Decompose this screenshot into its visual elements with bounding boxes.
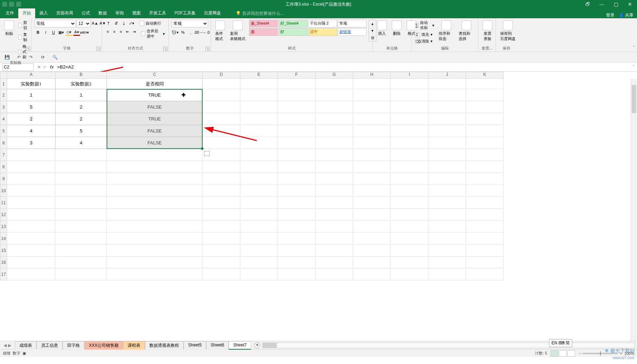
cell[interactable] xyxy=(428,256,466,268)
cell-style-option[interactable]: 好_Sheet4 xyxy=(279,20,307,27)
sheet-tab[interactable]: 成绩表 xyxy=(15,341,37,350)
row-header[interactable]: 2 xyxy=(0,89,7,101)
cell[interactable] xyxy=(466,221,504,233)
cell[interactable] xyxy=(278,256,316,268)
cell[interactable] xyxy=(353,161,391,173)
close-icon[interactable]: ✕ xyxy=(623,0,637,8)
cell[interactable] xyxy=(203,161,240,173)
cell[interactable]: 2 xyxy=(56,113,107,125)
cell[interactable] xyxy=(316,209,353,221)
increase-indent-icon[interactable]: ⇥ xyxy=(131,28,137,35)
wrap-text-button[interactable]: 自动换行 xyxy=(139,20,162,27)
sheet-tab[interactable]: 数据透视表教程 xyxy=(145,341,184,350)
sheet-tab[interactable]: 员工信息 xyxy=(37,341,63,350)
cell[interactable] xyxy=(428,149,466,161)
cell[interactable] xyxy=(391,197,428,209)
cell[interactable] xyxy=(7,185,56,197)
cell[interactable] xyxy=(428,125,466,137)
cell[interactable] xyxy=(466,89,504,101)
cell[interactable] xyxy=(240,113,278,125)
cell[interactable] xyxy=(353,79,391,89)
row-header[interactable]: 3 xyxy=(0,101,7,113)
cell[interactable] xyxy=(203,233,240,245)
merge-center-button[interactable]: 合并后居中▾ xyxy=(140,28,166,39)
conditional-format-button[interactable]: 条件格式 xyxy=(214,20,227,42)
cell[interactable] xyxy=(278,197,316,209)
cell[interactable]: 5 xyxy=(56,125,107,137)
row-header[interactable]: 4 xyxy=(0,113,7,125)
copy-button[interactable]: 复制 xyxy=(18,32,29,43)
cell[interactable]: 实验数据1 xyxy=(7,79,56,89)
cell-styles-gallery[interactable]: 差_Sheet4好_Sheet4千位分隔 2常规差好适中超链接 xyxy=(249,20,367,36)
cell[interactable] xyxy=(428,209,466,221)
cell[interactable] xyxy=(466,161,504,173)
phonetic-icon[interactable]: wén▾ xyxy=(81,29,88,36)
fill-color-icon[interactable]: ◇▾ xyxy=(65,29,72,36)
cell[interactable] xyxy=(353,209,391,221)
cell[interactable]: 实验数据2 xyxy=(56,79,107,89)
number-format-select[interactable]: 常规 xyxy=(172,20,208,27)
minimize-icon[interactable]: — xyxy=(595,0,609,8)
cell[interactable] xyxy=(278,79,316,89)
column-header[interactable]: C xyxy=(107,72,203,79)
row-header[interactable]: 7 xyxy=(0,149,7,161)
row-header[interactable]: 17 xyxy=(0,268,7,280)
cell[interactable] xyxy=(107,245,203,256)
cell-style-option[interactable]: 常规 xyxy=(338,20,367,27)
comma-icon[interactable]: , xyxy=(187,29,194,36)
cell[interactable] xyxy=(466,268,504,280)
tell-me[interactable]: 💡 告诉我您想要做什么... xyxy=(236,11,284,17)
cell[interactable] xyxy=(391,137,428,149)
cell[interactable] xyxy=(391,245,428,256)
cell[interactable] xyxy=(428,113,466,125)
cell[interactable] xyxy=(353,268,391,280)
ime-indicator[interactable]: EN ⌨ 简 xyxy=(549,339,572,347)
sheet-tab[interactable]: 田字格 xyxy=(63,341,84,350)
column-header[interactable]: K xyxy=(466,72,504,79)
increase-font-icon[interactable]: A▲ xyxy=(91,20,98,27)
cell-style-option[interactable]: 好 xyxy=(279,28,307,36)
cell[interactable] xyxy=(56,197,107,209)
decrease-indent-icon[interactable]: ⇤ xyxy=(125,28,130,35)
cell[interactable] xyxy=(203,268,240,280)
cell[interactable] xyxy=(56,233,107,245)
increase-decimal-icon[interactable]: .00→ xyxy=(195,29,202,36)
cell[interactable] xyxy=(391,125,428,137)
cell[interactable] xyxy=(391,268,428,280)
cell[interactable] xyxy=(203,185,240,197)
normal-view-icon[interactable] xyxy=(550,350,558,357)
bold-icon[interactable]: B xyxy=(34,29,42,36)
horizontal-scrollbar[interactable] xyxy=(262,343,635,348)
tab-公式[interactable]: 公式 xyxy=(77,8,94,18)
cell-style-option[interactable]: 差_Sheet4 xyxy=(249,20,278,27)
cell[interactable] xyxy=(7,161,56,173)
cell[interactable] xyxy=(353,173,391,185)
cell[interactable] xyxy=(107,197,203,209)
column-header[interactable]: J xyxy=(428,72,466,79)
cell[interactable] xyxy=(428,101,466,113)
cell[interactable] xyxy=(466,125,504,137)
cell[interactable] xyxy=(466,173,504,185)
cell[interactable] xyxy=(316,137,353,149)
column-header[interactable]: I xyxy=(391,72,428,79)
cell[interactable] xyxy=(353,149,391,161)
tab-审阅[interactable]: 审阅 xyxy=(111,8,128,18)
cell[interactable] xyxy=(278,221,316,233)
cell[interactable] xyxy=(278,89,316,101)
cell[interactable] xyxy=(240,161,278,173)
cell[interactable] xyxy=(107,221,203,233)
cell[interactable]: 3 xyxy=(7,137,56,149)
cell[interactable] xyxy=(316,197,353,209)
cell[interactable] xyxy=(240,245,278,256)
cell[interactable] xyxy=(240,197,278,209)
cell[interactable] xyxy=(428,173,466,185)
cell[interactable] xyxy=(391,185,428,197)
cell[interactable] xyxy=(316,125,353,137)
formula-input[interactable] xyxy=(55,63,630,71)
cell[interactable] xyxy=(353,89,391,101)
decrease-decimal-icon[interactable]: ←.0 xyxy=(203,29,210,36)
invoice-check-button[interactable]: 发票 查验 xyxy=(481,20,494,42)
format-as-table-button[interactable]: 套用 表格格式 xyxy=(229,20,247,42)
cell[interactable] xyxy=(428,245,466,256)
cell[interactable]: 1 xyxy=(56,89,107,101)
